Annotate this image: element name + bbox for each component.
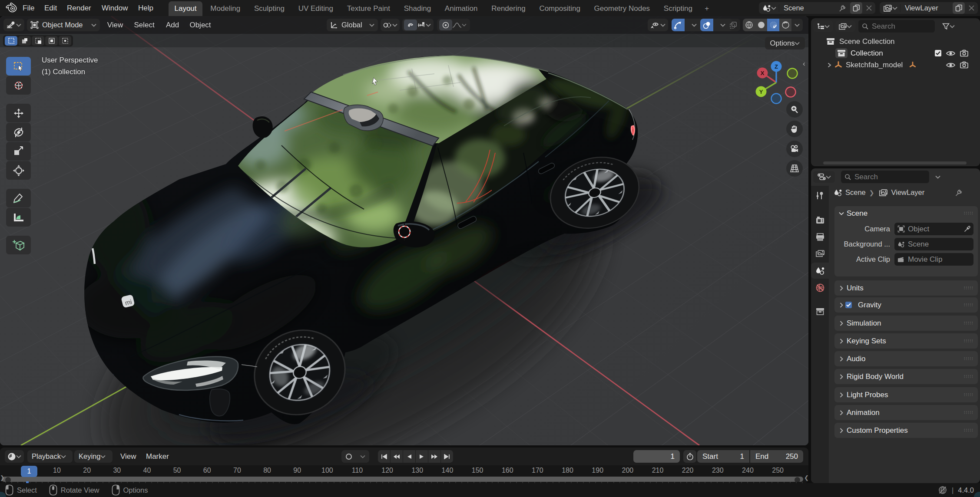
- svg-text:X: X: [761, 70, 765, 76]
- svg-text:Z: Z: [775, 63, 778, 70]
- svg-text:Y: Y: [759, 89, 763, 95]
